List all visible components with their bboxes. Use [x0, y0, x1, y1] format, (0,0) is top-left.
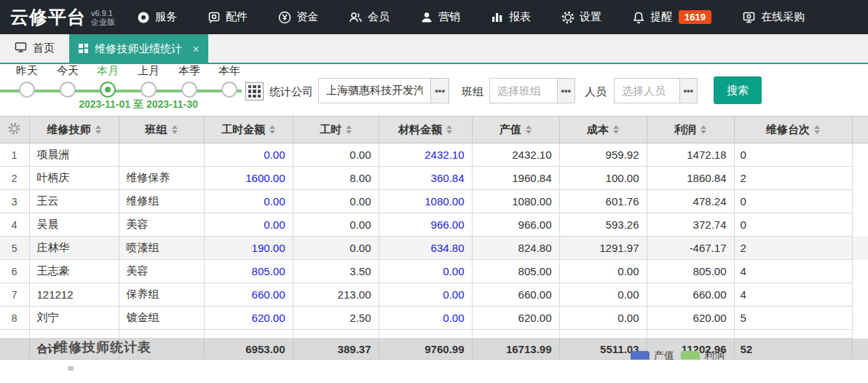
timeline-option-2[interactable]: 本月 [86, 64, 130, 98]
table-gear-icon [8, 125, 20, 137]
timeline-option-3[interactable]: 上月 [127, 64, 170, 98]
menu-item-service[interactable]: 服务 [137, 10, 177, 24]
cell-hours_amount[interactable]: 190.00 [204, 237, 293, 260]
cell-profit: -467.17 [647, 237, 734, 260]
spacer-cell [852, 167, 868, 190]
sort-icon [172, 125, 178, 134]
person-more-button[interactable]: ••• [679, 79, 697, 103]
cell-group [119, 143, 204, 167]
table-row: 4吴晨美容0.000.00966.00966.00593.26372.740 [0, 213, 868, 237]
column-header-3[interactable]: 工时 [293, 117, 379, 143]
service-icon [137, 11, 150, 24]
column-header-0[interactable]: 维修技师 [29, 117, 119, 143]
column-header-8[interactable]: 维修台次 [734, 117, 852, 143]
sort-icon [346, 125, 352, 134]
cell-material[interactable]: 0.00 [379, 283, 472, 307]
cell-cost: 601.76 [559, 190, 647, 213]
tab-home[interactable]: 首页 [0, 34, 69, 63]
company-input[interactable] [319, 79, 430, 103]
table-row: 5庄林华喷漆组190.000.00634.80824.801291.97-467… [0, 237, 868, 260]
cell-output: 805.00 [472, 260, 559, 283]
calendar-grid-icon[interactable] [245, 82, 264, 100]
menu-item-online-purchase[interactable]: 在线采购 [742, 10, 805, 24]
report-chart-icon [491, 11, 504, 24]
cell-profit: 478.24 [647, 190, 734, 213]
column-header-4[interactable]: 材料金额 [379, 117, 472, 143]
home-monitor-icon [15, 42, 27, 55]
cell-output: 824.80 [472, 237, 559, 260]
timeline-dot[interactable] [19, 82, 35, 98]
cell-profit: 372.74 [647, 213, 734, 237]
cell-profit: 1472.18 [647, 143, 734, 167]
company-more-button[interactable]: ••• [430, 79, 449, 103]
cell-group: 美容 [119, 213, 204, 237]
tab-tech-performance[interactable]: 维修技师业绩统计 × [69, 34, 208, 64]
cell-hours: 0.00 [293, 143, 379, 167]
cell-output: 1080.00 [472, 190, 559, 213]
column-header-2[interactable]: 工时金额 [204, 117, 293, 143]
cell-material[interactable]: 966.00 [379, 213, 472, 237]
cell-material[interactable]: 0.00 [379, 260, 472, 283]
search-button[interactable]: 搜索 [714, 76, 762, 104]
cell-hours_amount[interactable]: 0.00 [204, 190, 293, 213]
cell-hours: 0.00 [293, 213, 379, 237]
cell-group: 喷漆组 [119, 237, 204, 260]
cell-count: 4 [734, 260, 852, 283]
cell-idx: 5 [0, 237, 29, 260]
cell-cost: 959.92 [559, 143, 647, 167]
cell-idx: 1 [0, 143, 29, 167]
cell-hours_amount[interactable]: 1600.00 [204, 167, 293, 190]
table-row: 3王云维修组0.000.001080.001080.00601.76478.24… [0, 190, 868, 213]
column-header-7[interactable]: 利润 [647, 117, 734, 143]
cell-hours: 0.00 [293, 190, 379, 213]
company-filter-label: 统计公司 [269, 85, 313, 99]
cell-hours_amount[interactable]: 0.00 [204, 213, 293, 237]
group-input[interactable] [490, 79, 557, 103]
timeline-dot[interactable] [60, 82, 76, 98]
cell-material[interactable]: 360.84 [379, 167, 472, 190]
menu-item-funds[interactable]: 资金 [278, 10, 318, 24]
group-more-button[interactable]: ••• [557, 79, 575, 103]
close-tab-icon[interactable]: × [192, 44, 199, 55]
cell-hours_amount[interactable]: 620.00 [204, 307, 293, 330]
timeline-option-4[interactable]: 本季 [167, 64, 211, 98]
cell-output: 1960.84 [472, 167, 559, 190]
spacer-cell [852, 143, 868, 167]
timeline-dot[interactable] [221, 82, 237, 98]
app-window: 云修平台 v6.9.1 企业版 服务 配件 资金 会员 [0, 0, 868, 383]
cell-name: 121212 [29, 283, 119, 307]
cell-cost: 100.00 [559, 167, 647, 190]
cell-count: 5 [734, 307, 852, 330]
spacer-cell [852, 190, 868, 213]
column-header-1[interactable]: 班组 [119, 117, 204, 143]
chart-title: 维修技师统计表 [55, 339, 151, 356]
timeline-dot[interactable] [181, 82, 197, 98]
menu-item-settings[interactable]: 设置 [561, 10, 601, 24]
cell-material[interactable]: 1080.00 [379, 190, 472, 213]
menu-item-members[interactable]: 会员 [349, 10, 390, 24]
menu-item-reports[interactable]: 报表 [491, 10, 531, 24]
cell-hours_amount[interactable]: 0.00 [204, 143, 293, 167]
sort-icon [613, 125, 619, 134]
column-settings-header[interactable] [0, 117, 29, 143]
column-header-6[interactable]: 成本 [559, 117, 647, 143]
timeline-dot[interactable] [141, 82, 157, 98]
timeline-dot[interactable] [100, 82, 116, 98]
cell-hours_amount[interactable]: 805.00 [204, 260, 293, 283]
person-input[interactable] [615, 79, 679, 103]
timeline-option-1[interactable]: 今天 [46, 64, 90, 98]
cell-material[interactable]: 0.00 [379, 307, 472, 330]
cell-count: 4 [734, 283, 852, 307]
monitor-icon [742, 11, 756, 24]
menu-item-parts[interactable]: 配件 [208, 10, 248, 24]
menu-item-reminders[interactable]: 提醒 1619 [632, 10, 711, 24]
cell-profit: 1860.84 [647, 167, 734, 190]
cell-material[interactable]: 634.80 [379, 237, 472, 260]
menu-item-marketing[interactable]: 营销 [420, 10, 460, 24]
timeline-option-5[interactable]: 本年 [208, 64, 251, 98]
cell-material[interactable]: 2432.10 [379, 143, 472, 167]
column-header-5[interactable]: 产值 [472, 117, 559, 143]
cell-hours_amount[interactable]: 660.00 [204, 283, 293, 307]
timeline-option-0[interactable]: 昨天 [5, 64, 49, 98]
app-logo: 云修平台 v6.9.1 企业版 [10, 5, 115, 29]
